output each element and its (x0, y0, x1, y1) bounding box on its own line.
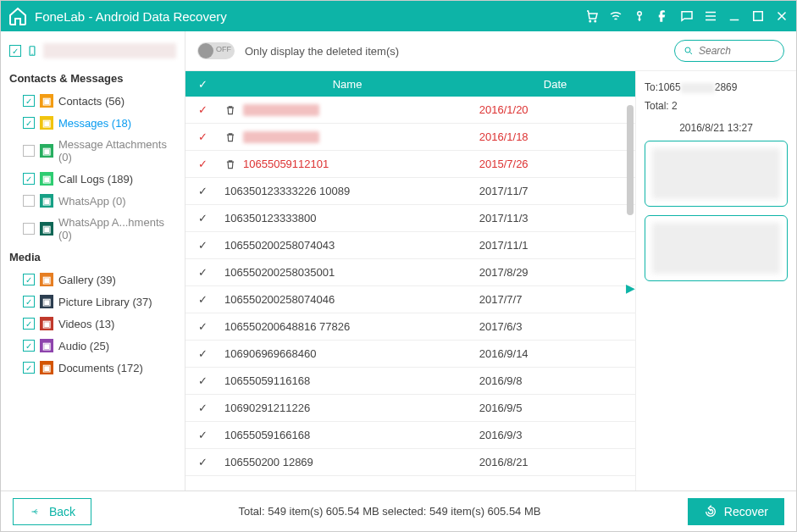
item-checkbox[interactable]: ✓ (23, 318, 35, 330)
item-checkbox[interactable]: ✓ (23, 195, 35, 207)
trash-icon (224, 158, 236, 170)
row-name: 10655059166168 (224, 429, 310, 441)
row-checkbox[interactable]: ✓ (198, 347, 208, 360)
row-date: 2016/9/14 (474, 347, 635, 360)
sidebar-item-label: Call Logs (189) (58, 173, 133, 186)
device-checkbox[interactable]: ✓ (9, 45, 21, 57)
item-checkbox[interactable]: ✓ (23, 362, 35, 374)
row-name: 106550200648816 77826 (224, 320, 350, 333)
row-checkbox[interactable]: ✓ (198, 185, 208, 197)
row-checkbox[interactable]: ✓ (198, 374, 208, 387)
row-date: 2017/11/7 (474, 185, 635, 197)
sidebar-item-call_logs[interactable]: ✓ ▣ Call Logs (189) (8, 168, 178, 190)
row-name: 106550200258035001 (224, 266, 335, 279)
sidebar-item-label: Picture Library (37) (58, 296, 152, 308)
recover-button[interactable]: Recover (688, 498, 784, 525)
wifi-icon[interactable] (608, 8, 623, 24)
select-all-checkbox[interactable]: ✓ (198, 78, 208, 91)
table-row[interactable]: ✓ 106550200258074046 2017/7/7 (185, 286, 635, 313)
row-checkbox[interactable]: ✓ (198, 456, 208, 468)
sidebar-item-whatsapp[interactable]: ✓ ▣ WhatsApp (0) (8, 190, 178, 212)
message-bubble[interactable] (645, 215, 788, 281)
close-icon[interactable] (774, 8, 789, 24)
sidebar-item-gallery[interactable]: ✓ ▣ Gallery (39) (8, 269, 178, 291)
table-row[interactable]: ✓ 10690291211226 2016/9/5 (185, 395, 635, 422)
preview-panel: ▶ To:10652869 Total: 2 2016/8/21 13:27 (635, 71, 796, 490)
sidebar-item-msg_attach[interactable]: ✓ ▣ Message Attachments (0) (8, 134, 178, 168)
col-date[interactable]: Date (475, 78, 635, 91)
deleted-only-toggle[interactable]: OFF (197, 42, 235, 59)
key-icon[interactable] (632, 8, 647, 24)
table-row[interactable]: ✓ 106550200 12869 2016/8/21 (185, 449, 635, 476)
preview-total: Total: 2 (645, 97, 788, 115)
category-icon: ▣ (40, 94, 53, 108)
row-name: 106350123333226 10089 (224, 185, 350, 197)
item-checkbox[interactable]: ✓ (23, 296, 35, 308)
item-checkbox[interactable]: ✓ (23, 340, 35, 352)
minimize-icon[interactable] (727, 8, 742, 24)
row-checkbox[interactable]: ✓ (198, 212, 208, 224)
item-checkbox[interactable]: ✓ (23, 173, 35, 185)
back-button[interactable]: Back (13, 498, 91, 525)
row-checkbox[interactable]: ✓ (198, 130, 208, 143)
chat-icon[interactable] (679, 8, 695, 24)
row-checkbox[interactable]: ✓ (198, 266, 208, 279)
expand-panel-icon[interactable]: ▶ (626, 281, 635, 295)
row-checkbox[interactable]: ✓ (198, 429, 208, 441)
device-row[interactable]: ✓ (8, 40, 178, 67)
message-bubble[interactable] (645, 141, 788, 207)
scrollbar-thumb[interactable] (627, 105, 634, 215)
svg-rect-3 (754, 12, 763, 21)
facebook-icon[interactable] (656, 8, 671, 24)
row-name: 10690291211226 (224, 402, 310, 414)
svg-point-2 (638, 12, 642, 16)
search-box[interactable] (674, 40, 784, 62)
row-checkbox[interactable]: ✓ (198, 239, 208, 252)
row-checkbox[interactable]: ✓ (198, 320, 208, 333)
item-checkbox[interactable]: ✓ (23, 223, 35, 235)
row-name: 10655059116168 (224, 374, 310, 387)
table-row[interactable]: ✓ 106906969668460 2016/9/14 (185, 341, 635, 368)
item-checkbox[interactable]: ✓ (23, 145, 35, 157)
table-row[interactable]: ✓ 106550200258074043 2017/11/1 (185, 232, 635, 259)
sidebar-item-label: Videos (13) (58, 318, 114, 330)
sidebar-item-audio[interactable]: ✓ ▣ Audio (25) (8, 335, 178, 357)
home-icon[interactable] (8, 6, 28, 26)
row-name-blurred (243, 131, 319, 143)
item-checkbox[interactable]: ✓ (23, 117, 35, 129)
row-checkbox[interactable]: ✓ (198, 103, 208, 116)
table-row[interactable]: ✓ 10655059112101 2015/7/26 (185, 151, 635, 178)
table-row[interactable]: ✓ 2016/1/20 (185, 97, 635, 124)
item-checkbox[interactable]: ✓ (23, 95, 35, 107)
recover-icon (704, 505, 717, 518)
table-row[interactable]: ✓ 106350123333800 2017/11/3 (185, 205, 635, 232)
sidebar-item-whatsapp_att[interactable]: ✓ ▣ WhatsApp A...hments (0) (8, 212, 178, 246)
category-icon: ▣ (40, 116, 53, 130)
col-name[interactable]: Name (219, 78, 475, 91)
table-row[interactable]: ✓ 2016/1/18 (185, 124, 635, 151)
sidebar-item-contacts[interactable]: ✓ ▣ Contacts (56) (8, 90, 178, 112)
table-row[interactable]: ✓ 10655059116168 2016/9/8 (185, 368, 635, 395)
table-row[interactable]: ✓ 106350123333226 10089 2017/11/7 (185, 178, 635, 205)
sidebar-item-messages[interactable]: ✓ ▣ Messages (18) (8, 112, 178, 134)
category-icon: ▣ (40, 361, 53, 374)
row-checkbox[interactable]: ✓ (198, 402, 208, 414)
cart-icon[interactable] (584, 8, 600, 24)
row-name: 106906969668460 (224, 347, 316, 360)
sidebar-item-piclib[interactable]: ✓ ▣ Picture Library (37) (8, 291, 178, 313)
category-icon: ▣ (40, 295, 53, 308)
sidebar-item-videos[interactable]: ✓ ▣ Videos (13) (8, 313, 178, 335)
row-date: 2016/1/20 (474, 103, 635, 116)
category-icon: ▣ (40, 144, 53, 158)
sidebar-item-documents[interactable]: ✓ ▣ Documents (172) (8, 357, 178, 379)
row-checkbox[interactable]: ✓ (198, 293, 208, 306)
table-row[interactable]: ✓ 10655059166168 2016/9/3 (185, 422, 635, 449)
row-checkbox[interactable]: ✓ (198, 158, 208, 170)
menu-icon[interactable] (703, 8, 718, 24)
table-row[interactable]: ✓ 106550200258035001 2017/8/29 (185, 259, 635, 286)
maximize-icon[interactable] (750, 8, 766, 24)
search-input[interactable] (699, 45, 775, 57)
item-checkbox[interactable]: ✓ (23, 274, 35, 285)
table-row[interactable]: ✓ 106550200648816 77826 2017/6/3 (185, 313, 635, 341)
category-icon: ▣ (40, 339, 53, 352)
